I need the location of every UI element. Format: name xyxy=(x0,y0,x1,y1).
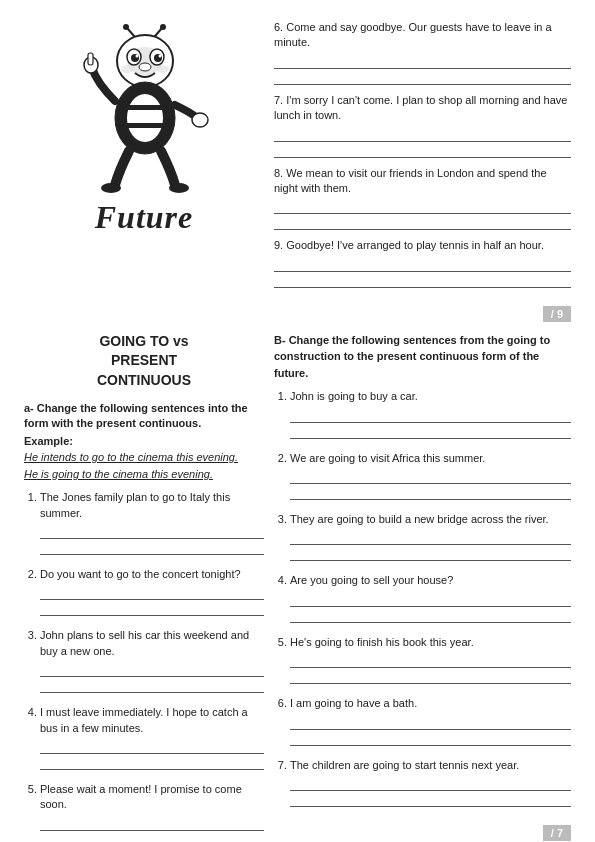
svg-point-11 xyxy=(158,54,161,57)
item-num: 9. xyxy=(274,239,283,251)
answer-line xyxy=(290,670,571,684)
item-text: I'm sorry I can't come. I plan to shop a… xyxy=(274,94,567,121)
section-title: GOING TO vs PRESENT CONTINUOUS xyxy=(24,332,264,391)
list-item: The Jones family plan to go to Italy thi… xyxy=(40,490,264,555)
svg-rect-17 xyxy=(127,105,163,110)
answer-line xyxy=(40,756,264,770)
list-item: John is going to buy a car. xyxy=(290,389,571,438)
section-b-list: John is going to buy a car. We are going… xyxy=(274,389,571,807)
svg-rect-18 xyxy=(127,123,163,128)
answer-line xyxy=(290,593,571,607)
answer-line xyxy=(290,716,571,730)
page: Future 6. Come and say goodbye. Our gues… xyxy=(0,0,595,842)
answer-line-1 xyxy=(274,55,571,69)
main-content: GOING TO vs PRESENT CONTINUOUS a- Change… xyxy=(24,332,571,842)
svg-point-23 xyxy=(169,183,189,193)
left-column: Future xyxy=(24,20,264,322)
answer-line xyxy=(40,740,264,754)
future-title: Future xyxy=(95,199,193,236)
list-item: 8. We mean to visit our friends in Londo… xyxy=(274,166,571,231)
answer-line xyxy=(40,679,264,693)
list-item: 9. Goodbye! I've arranged to play tennis… xyxy=(274,238,571,287)
list-item: We are going to visit Africa this summer… xyxy=(290,451,571,500)
answer-line xyxy=(40,663,264,677)
svg-point-13 xyxy=(121,65,133,73)
answer-line xyxy=(40,586,264,600)
answer-line xyxy=(290,793,571,807)
right-top-col: 6. Come and say goodbye. Our guests have… xyxy=(274,20,571,322)
answer-line-2 xyxy=(274,71,571,85)
list-item: He's going to finish his book this year. xyxy=(290,635,571,684)
section-a-list: The Jones family plan to go to Italy thi… xyxy=(24,490,264,842)
answer-line-4 xyxy=(274,144,571,158)
list-item: John plans to sell his car this weekend … xyxy=(40,628,264,693)
answer-line xyxy=(290,409,571,423)
answer-line xyxy=(290,425,571,439)
answer-line-8 xyxy=(274,274,571,288)
answer-line xyxy=(290,531,571,545)
list-item: I must leave immediately. I hope to catc… xyxy=(40,705,264,770)
svg-point-1 xyxy=(123,24,129,30)
example-text: He intends to go to the cinema this even… xyxy=(24,449,264,482)
right-main: B- Change the following sentences from t… xyxy=(274,332,571,842)
item-text: We mean to visit our friends in London a… xyxy=(274,167,547,194)
list-item: I am going to have a bath. xyxy=(290,696,571,745)
svg-point-16 xyxy=(127,94,163,142)
score-box-a: / 9 xyxy=(543,306,571,322)
mascot-area xyxy=(54,20,234,195)
section-a-instruction: a- Change the following sentences into t… xyxy=(24,401,264,432)
svg-point-3 xyxy=(160,24,166,30)
answer-line-6 xyxy=(274,216,571,230)
answer-line xyxy=(290,654,571,668)
item-text: Goodbye! I've arranged to play tennis in… xyxy=(286,239,544,251)
item-text: Come and say goodbye. Our guests have to… xyxy=(274,21,552,48)
answer-line xyxy=(290,470,571,484)
list-item: Please wait a moment! I promise to come … xyxy=(40,782,264,842)
svg-rect-20 xyxy=(88,53,93,65)
answer-line xyxy=(40,817,264,831)
answer-line xyxy=(290,609,571,623)
answer-line xyxy=(290,547,571,561)
item-num: 8. xyxy=(274,167,283,179)
answer-line-3 xyxy=(274,128,571,142)
svg-point-14 xyxy=(157,65,169,73)
list-item: Are you going to sell your house? xyxy=(290,573,571,622)
left-main: GOING TO vs PRESENT CONTINUOUS a- Change… xyxy=(24,332,264,842)
item-num: 6. xyxy=(274,21,283,33)
list-item: 7. I'm sorry I can't come. I plan to sho… xyxy=(274,93,571,158)
svg-point-10 xyxy=(135,54,138,57)
answer-line xyxy=(40,602,264,616)
svg-point-12 xyxy=(139,63,151,71)
svg-point-21 xyxy=(192,113,208,127)
list-item: 6. Come and say goodbye. Our guests have… xyxy=(274,20,571,85)
answer-line xyxy=(40,525,264,539)
example-label: Example: xyxy=(24,435,264,447)
answer-line xyxy=(290,732,571,746)
section-b-title: B- Change the following sentences from t… xyxy=(274,332,571,382)
item-num: 7. xyxy=(274,94,283,106)
mascot-image xyxy=(67,23,222,193)
answer-line xyxy=(290,777,571,791)
answer-line-7 xyxy=(274,258,571,272)
answer-line xyxy=(40,541,264,555)
list-item: They are going to build a new bridge acr… xyxy=(290,512,571,561)
answer-line xyxy=(40,833,264,842)
list-item: The children are going to start tennis n… xyxy=(290,758,571,807)
score-box-b: / 7 xyxy=(543,825,571,841)
list-item: Do you want to go to the concert tonight… xyxy=(40,567,264,616)
answer-line-5 xyxy=(274,200,571,214)
svg-point-22 xyxy=(101,183,121,193)
answer-line xyxy=(290,486,571,500)
